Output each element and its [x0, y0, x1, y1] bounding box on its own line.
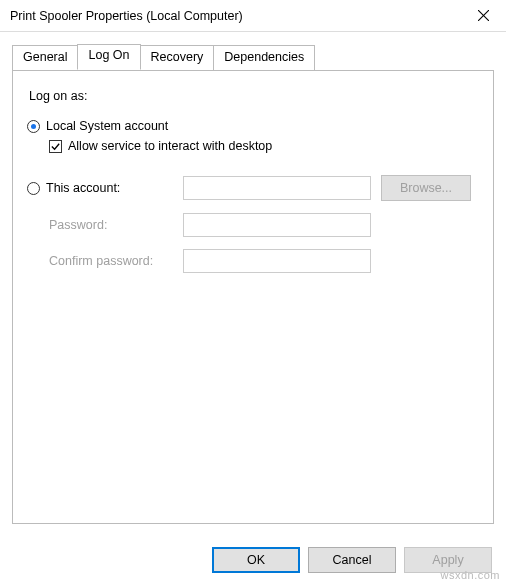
- tab-panel-log-on: Log on as: Local System account Allow se…: [12, 70, 494, 524]
- checkbox-interact-row[interactable]: Allow service to interact with desktop: [49, 139, 479, 153]
- tab-label: Recovery: [151, 50, 204, 64]
- tab-dependencies[interactable]: Dependencies: [213, 45, 315, 71]
- browse-button: Browse...: [381, 175, 471, 201]
- cancel-button[interactable]: Cancel: [308, 547, 396, 573]
- checkbox-interact[interactable]: [49, 140, 62, 153]
- radio-local-system-row[interactable]: Local System account: [27, 119, 479, 133]
- checkbox-interact-label: Allow service to interact with desktop: [68, 139, 272, 153]
- window-title: Print Spooler Properties (Local Computer…: [10, 9, 460, 23]
- this-account-input[interactable]: [183, 176, 371, 200]
- radio-this-account-label: This account:: [46, 181, 120, 195]
- tab-strip: General Log On Recovery Dependencies: [12, 44, 494, 70]
- password-label: Password:: [27, 218, 183, 232]
- close-icon: [478, 10, 489, 21]
- watermark-text: wsxdn.com: [440, 569, 500, 581]
- tab-label: Dependencies: [224, 50, 304, 64]
- tab-general[interactable]: General: [12, 45, 78, 71]
- ok-button[interactable]: OK: [212, 547, 300, 573]
- radio-this-account-row[interactable]: This account:: [27, 181, 183, 195]
- radio-local-system-label: Local System account: [46, 119, 168, 133]
- radio-this-account[interactable]: [27, 182, 40, 195]
- radio-local-system[interactable]: [27, 120, 40, 133]
- tab-recovery[interactable]: Recovery: [140, 45, 215, 71]
- titlebar: Print Spooler Properties (Local Computer…: [0, 0, 506, 32]
- tab-log-on[interactable]: Log On: [77, 44, 140, 70]
- tab-label: Log On: [88, 48, 129, 62]
- logon-heading: Log on as:: [29, 89, 479, 103]
- tab-label: General: [23, 50, 67, 64]
- check-icon: [50, 141, 61, 152]
- close-button[interactable]: [460, 0, 506, 32]
- password-input[interactable]: [183, 213, 371, 237]
- confirm-password-label: Confirm password:: [27, 254, 183, 268]
- confirm-password-input[interactable]: [183, 249, 371, 273]
